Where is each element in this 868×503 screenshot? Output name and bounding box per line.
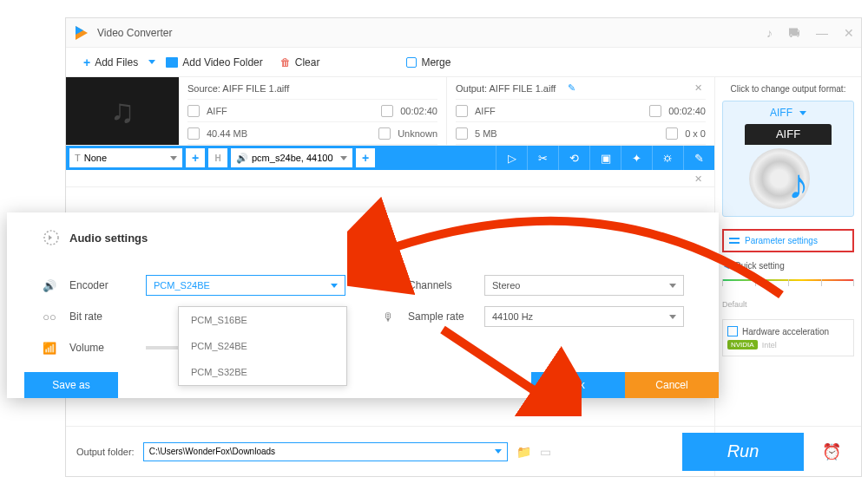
browse-icon[interactable]: ▭ [540,445,551,459]
audio-settings-modal: Audio settings 🔊 Encoder PCM_S24BE ○○ Bi… [7,212,719,398]
side-panel: Click to change output format: AIFF AIFF… [715,77,861,476]
chip-icon [727,326,738,336]
format-chevron-icon [799,111,806,115]
dims-icon [378,127,391,140]
h-button[interactable]: H [208,148,227,167]
bitrate-icon: ○○ [42,309,57,324]
edit-icon[interactable]: ✎ [683,146,714,170]
ok-button[interactable]: Ok [531,372,625,398]
encoder-option[interactable]: PCM_S16BE [179,307,346,333]
file-row: ♫ Source: AIFF FILE 1.aiff AIFF00:02:40 … [66,77,714,146]
close-icon[interactable]: ✕ [844,26,854,40]
output-format-card[interactable]: AIFF AIFF ♪ [722,101,854,217]
titlebar: Video Converter ♪ ⛟ — ✕ [66,18,861,48]
minimize-icon[interactable]: — [816,26,828,40]
file-row-2: Source: AIFF FILE 2.aiff Output: AIFF FI… [66,170,714,187]
run-button[interactable]: Run [682,433,804,471]
remove-file-2-icon[interactable]: ✕ [691,173,706,183]
clear-button[interactable]: 🗑Clear [273,53,327,72]
gear-speaker-icon [42,228,61,247]
output-format-label: Click to change output format: [722,84,854,94]
add-audio-button[interactable]: + [356,148,375,167]
quality-slider[interactable] [722,279,854,297]
format-image: AIFF ♪ [745,124,832,211]
add-files-button[interactable]: +Add Files [76,52,145,73]
main-toolbar: +Add Files Add Video Folder 🗑Clear Merge [66,48,861,77]
add-files-dropdown-icon[interactable] [148,60,155,64]
merge-icon [406,57,417,68]
encoder-dropdown: PCM_S16BE PCM_S24BE PCM_S32BE [178,306,347,386]
samplerate-select[interactable]: 44100 Hz [484,306,684,327]
subtitle-select[interactable]: TNone [69,148,182,167]
save-as-button[interactable]: Save as [24,372,118,398]
format-icon [187,105,200,117]
preview-icon[interactable]: ▷ [496,146,527,170]
app-title: Video Converter [97,27,173,39]
crop-icon[interactable]: ▣ [589,146,621,170]
size-icon [187,127,200,140]
source-label: Source: AIFF FILE 1.aiff [187,83,289,94]
add-folder-button[interactable]: Add Video Folder [159,53,270,72]
remove-file-icon[interactable]: ✕ [691,82,706,94]
hardware-accel-card: Hardware acceleration NVIDIAIntel [722,319,854,356]
channels-icon: ⊙ [380,278,396,293]
edit-icon[interactable]: ✎ [568,82,575,94]
open-folder-icon[interactable]: 📁 [516,445,531,459]
parameter-settings-button[interactable]: Parameter settings [722,229,854,252]
encoder-icon: 🔊 [42,278,57,293]
key-icon[interactable]: ♪ [766,26,773,40]
effects-icon[interactable]: ✦ [621,146,652,170]
audio-track-select[interactable]: 🔊pcm_s24be, 44100 [231,148,352,167]
output-folder-label: Output folder: [76,447,135,457]
output-folder-input[interactable]: C:\Users\WonderFox\Downloads [143,442,508,461]
file-action-bar: TNone + H 🔊pcm_s24be, 44100 + ▷ ✂ ⟲ ▣ ✦ … [66,146,714,170]
output-label: Output: AIFF FILE 1.aiff [456,83,556,94]
cut-icon[interactable]: ✂ [527,146,558,170]
encoder-option[interactable]: PCM_S24BE [179,333,346,359]
music-wave-icon: ♪ [788,167,832,211]
cart-icon[interactable]: ⛟ [788,26,800,40]
samplerate-icon: 🎙 [380,309,396,324]
add-subtitle-button[interactable]: + [186,148,205,167]
rotate-icon[interactable]: ⟲ [558,146,589,170]
clock-icon [381,105,393,117]
watermark-icon[interactable]: ⛭ [652,146,683,170]
channels-select[interactable]: Stereo [484,275,684,296]
quick-setting-label: ◄Quick setting [722,261,854,271]
merge-button[interactable]: Merge [399,53,457,72]
file-thumbnail: ♫ [66,77,179,145]
sliders-icon [729,237,740,245]
app-logo-icon [73,24,90,42]
encoder-option[interactable]: PCM_S32BE [179,359,346,385]
intel-badge: Intel [762,341,777,349]
bottom-bar: Output folder: C:\Users\WonderFox\Downlo… [66,426,861,476]
encoder-select[interactable]: PCM_S24BE [146,275,345,296]
music-note-icon: ♫ [110,93,135,130]
trash-icon: 🗑 [280,56,291,69]
folder-icon [166,57,178,68]
schedule-icon[interactable]: ⏰ [812,433,851,471]
cancel-button[interactable]: Cancel [625,372,719,398]
volume-icon: 📶 [42,340,57,356]
nvidia-badge: NVIDIA [727,340,758,349]
